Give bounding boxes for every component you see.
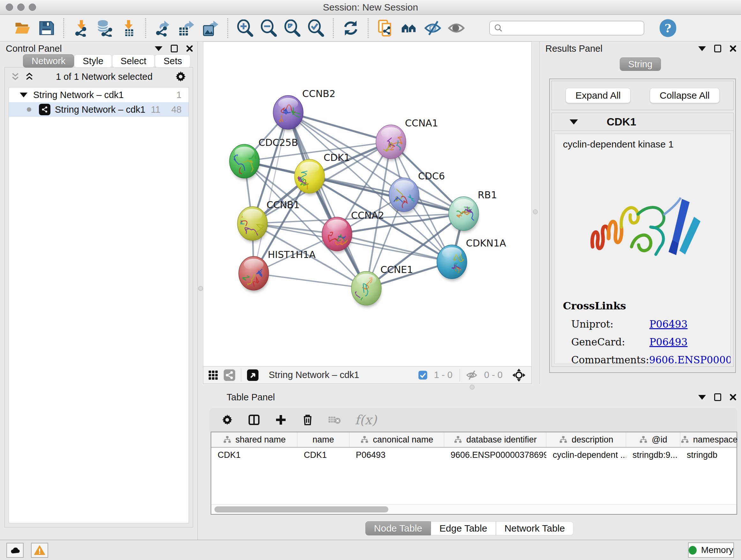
tab-network-table[interactable]: Network Table xyxy=(496,521,574,536)
save-session-button[interactable] xyxy=(35,18,58,38)
cell-canonical-name[interactable]: P06493 xyxy=(349,448,444,462)
panel-float-icon[interactable] xyxy=(171,45,178,52)
node-label-CCNE1: CCNE1 xyxy=(381,264,413,275)
hidden-toggle[interactable] xyxy=(466,369,478,381)
genecard-link[interactable]: P06493 xyxy=(650,336,687,348)
tab-node-table[interactable]: Node Table xyxy=(365,521,431,536)
network-collection-row[interactable]: String Network – cdk1 1 xyxy=(9,87,189,102)
node-label-CDC6: CDC6 xyxy=(418,171,445,182)
panel-close-icon[interactable] xyxy=(186,45,193,52)
panel-close-icon[interactable] xyxy=(730,45,737,52)
network-node-CCNE1[interactable] xyxy=(351,271,381,312)
network-node-RB1[interactable] xyxy=(449,197,479,233)
network-node-CDC25B[interactable] xyxy=(229,144,260,184)
tab-sets[interactable]: Sets xyxy=(155,54,191,68)
zoom-in-button[interactable] xyxy=(233,18,257,38)
tab-select[interactable]: Select xyxy=(112,54,155,68)
detach-view-button[interactable] xyxy=(247,369,259,381)
delete-column-button[interactable] xyxy=(301,414,314,426)
tab-string[interactable]: String xyxy=(620,57,661,71)
right-splitter-handle[interactable] xyxy=(533,209,538,214)
table-hscrollbar[interactable] xyxy=(211,504,737,514)
network-view-button[interactable] xyxy=(224,369,235,381)
left-splitter-handle[interactable] xyxy=(198,286,203,291)
column-header-description[interactable]: description xyxy=(546,432,626,447)
panel-float-icon[interactable] xyxy=(714,45,721,52)
gene-collapse-icon[interactable] xyxy=(569,119,578,125)
horizontal-splitter-handle[interactable] xyxy=(470,385,475,389)
first-neighbors-button[interactable] xyxy=(397,18,421,38)
search-field[interactable] xyxy=(489,21,644,36)
uniprot-link[interactable]: P06493 xyxy=(650,318,687,330)
import-network-database-button[interactable] xyxy=(93,18,117,38)
network-node-CCNB1[interactable] xyxy=(235,206,267,242)
zoom-selected-button[interactable] xyxy=(304,18,328,38)
network-node-CDK1[interactable] xyxy=(294,159,325,195)
zoom-fit-button[interactable] xyxy=(280,18,304,38)
table-options-button[interactable] xyxy=(221,414,233,426)
network-node-HIST1H1A[interactable] xyxy=(239,256,269,292)
selected-nodes-checkbox[interactable] xyxy=(418,370,428,380)
network-canvas[interactable]: CCNB2CCNA1CDC25BCDK1CDC6RB1CCNB1CCNA2CDK… xyxy=(203,42,532,366)
show-columns-button[interactable] xyxy=(248,414,260,426)
import-table-file-button[interactable] xyxy=(117,18,140,38)
column-header-canonical-name[interactable]: canonical name xyxy=(349,432,444,447)
export-table-button[interactable] xyxy=(175,18,199,38)
gene-section-header[interactable]: CDK1 xyxy=(552,113,733,131)
apply-layout-button[interactable] xyxy=(339,18,362,38)
expand-all-button[interactable]: Expand All xyxy=(565,88,630,103)
tab-edge-table[interactable]: Edge Table xyxy=(431,521,496,536)
export-image-button[interactable] xyxy=(199,18,222,38)
panel-close-icon[interactable] xyxy=(730,394,737,401)
tab-style[interactable]: Style xyxy=(74,54,112,68)
cell--id[interactable]: stringdb:9... xyxy=(626,448,680,462)
network-node-CDKN1A[interactable] xyxy=(437,245,467,282)
import-network-file-button[interactable] xyxy=(69,18,93,38)
cell-shared-name[interactable]: CDK1 xyxy=(211,448,297,462)
column-header-shared-name[interactable]: shared name xyxy=(211,432,297,447)
column-header--id[interactable]: @id xyxy=(626,432,680,447)
network-edge[interactable] xyxy=(288,112,366,288)
cell-name[interactable]: CDK1 xyxy=(297,448,349,462)
toolbar-separator xyxy=(227,18,228,38)
column-header-database-identifier[interactable]: database identifier xyxy=(444,432,546,447)
search-input[interactable] xyxy=(503,22,644,35)
memory-button[interactable]: Memory xyxy=(688,543,734,558)
zoom-out-button[interactable] xyxy=(257,18,280,38)
birdseye-toggle[interactable] xyxy=(512,368,526,382)
table-tabs: Node Table Edge Table Network Table xyxy=(198,521,741,536)
network-from-clipboard-button[interactable] xyxy=(374,18,397,38)
cell-namespace[interactable]: stringdb xyxy=(680,448,738,462)
collapse-all-icon[interactable] xyxy=(10,72,20,81)
add-column-button[interactable] xyxy=(274,414,287,426)
compartments-link[interactable]: 9606.ENSP00000378699 xyxy=(649,354,731,364)
column-header-namespace[interactable]: namespace xyxy=(680,432,738,447)
hscrollbar-thumb[interactable] xyxy=(214,506,388,512)
grid-view-button[interactable] xyxy=(208,370,219,381)
open-session-button[interactable] xyxy=(11,18,35,38)
show-all-button[interactable] xyxy=(445,18,468,38)
expand-all-icon[interactable] xyxy=(24,72,34,81)
node-label-CCNA1: CCNA1 xyxy=(405,118,438,129)
cloud-status-button[interactable] xyxy=(6,543,23,558)
network-edge[interactable] xyxy=(254,273,366,288)
cell-description[interactable]: cyclin-dependent ... xyxy=(546,448,626,462)
export-network-button[interactable] xyxy=(151,18,175,38)
network-options-button[interactable] xyxy=(174,70,187,83)
table-panel: Table Panel f(x) xyxy=(198,390,741,540)
network-node-CCNB2[interactable] xyxy=(273,96,303,131)
help-button[interactable]: ? xyxy=(660,19,676,37)
table-row[interactable]: CDK1CDK1P064939606.ENSP00000378699cyclin… xyxy=(211,448,737,462)
hide-selected-button[interactable] xyxy=(421,18,445,38)
panel-collapse-icon[interactable] xyxy=(698,395,706,400)
tab-network[interactable]: Network xyxy=(23,54,74,68)
column-header-name[interactable]: name xyxy=(297,432,349,447)
network-row[interactable]: String Network – cdk1 11 48 xyxy=(9,102,189,117)
cell-database-identifier[interactable]: 9606.ENSP00000378699 xyxy=(444,448,546,462)
panel-float-icon[interactable] xyxy=(714,393,721,401)
collapse-all-button[interactable]: Collapse All xyxy=(650,88,720,103)
tree-expand-icon[interactable] xyxy=(20,92,27,98)
panel-collapse-icon[interactable] xyxy=(155,46,162,51)
panel-collapse-icon[interactable] xyxy=(698,46,706,51)
warning-status-button[interactable] xyxy=(31,543,48,558)
